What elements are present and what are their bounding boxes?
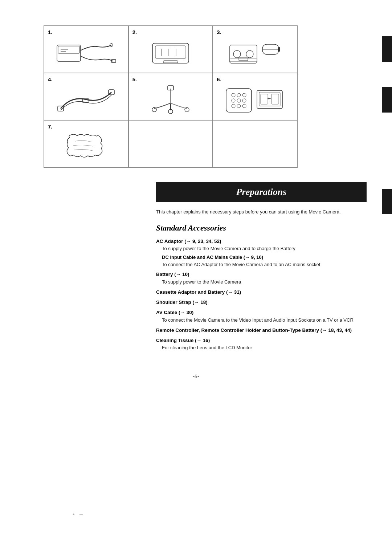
svg-point-30 <box>242 93 246 97</box>
cell-number-1: 1. <box>48 29 53 35</box>
remote-controller-illustration: + <box>224 85 286 114</box>
svg-rect-18 <box>278 47 280 52</box>
svg-point-14 <box>246 50 253 58</box>
accessories-grid: 1. 2. <box>44 25 298 168</box>
item-1-sub-desc: To connect the AC Adaptor to the Movie C… <box>162 261 367 268</box>
list-item-3: Cassette Adaptor and Battery (→ 31) <box>156 289 367 296</box>
preparations-title: Preparations <box>156 182 367 202</box>
cell-number-4: 4. <box>48 76 53 82</box>
svg-rect-27 <box>226 89 252 112</box>
svg-point-24 <box>152 107 156 112</box>
grid-cell-1: 1. <box>44 26 128 73</box>
cell-image-7 <box>49 130 123 163</box>
shoulder-strap-illustration <box>57 85 115 114</box>
svg-point-36 <box>242 104 246 108</box>
svg-rect-15 <box>239 58 248 61</box>
page-number: -5- <box>22 374 370 379</box>
list-item-4: Shoulder Strap (→ 18) <box>156 299 367 306</box>
cell-image-1 <box>49 36 123 69</box>
item-1-sub-title: DC Input Cable and AC Mains Cable (→ 9, … <box>162 254 367 261</box>
cell-number-6: 6. <box>217 76 221 82</box>
cell-number-5: 5. <box>132 76 137 82</box>
svg-point-31 <box>232 99 235 102</box>
grid-cell-5: 5. <box>128 73 213 120</box>
cell-image-5 <box>134 83 208 116</box>
svg-rect-11 <box>163 61 178 63</box>
preparations-section: Preparations This chapter explains the n… <box>156 182 367 352</box>
bottom-mark-text: • – <box>73 511 83 517</box>
tab-marker-2 <box>382 87 392 113</box>
cell-number-2: 2. <box>132 29 137 35</box>
standard-accessories-title: Standard Accessories <box>156 223 367 233</box>
svg-point-34 <box>232 104 235 108</box>
ac-adaptor-illustration <box>55 38 117 67</box>
list-item-5: AV Cable (→ 30) To connect the Movie Cam… <box>156 309 367 324</box>
item-6-title: Remote Controller, Remote Controller Hol… <box>156 327 352 333</box>
cleaning-tissue-illustration <box>64 130 108 163</box>
grid-cell-3: 3. <box>213 26 297 73</box>
item-2-title: Battery (→ 10) <box>156 272 189 277</box>
cell-image-6: + <box>218 83 292 116</box>
av-cable-illustration <box>147 85 194 114</box>
grid-cell-4: 4. <box>44 73 128 120</box>
grid-cell-6: 6. + <box>213 73 297 120</box>
item-5-title: AV Cable (→ 30) <box>156 310 193 315</box>
cell-image-4 <box>49 83 123 116</box>
cassette-illustration <box>228 38 282 67</box>
item-7-title: Cleaning Tissue (→ 16) <box>156 338 210 343</box>
svg-point-26 <box>185 107 189 112</box>
item-1-desc: To supply power to the Movie Camera and … <box>162 246 295 251</box>
item-1-title: AC Adaptor (→ 9, 23, 34, 52) <box>156 239 221 244</box>
item-2-desc: To supply power to the Movie Camera <box>162 279 241 285</box>
battery-pack-illustration <box>145 38 196 67</box>
tab-marker-1 <box>382 36 392 62</box>
list-item-6: Remote Controller, Remote Controller Hol… <box>156 327 367 334</box>
grid-cell-2: 2. <box>128 26 213 73</box>
tab-marker-3 <box>382 189 392 214</box>
accessories-list: AC Adaptor (→ 9, 23, 34, 52) To supply p… <box>156 238 367 352</box>
page-container: 1. 2. <box>0 0 392 554</box>
svg-rect-6 <box>152 43 189 63</box>
svg-point-13 <box>233 50 241 58</box>
grid-cell-empty-2 <box>213 120 297 167</box>
svg-rect-40 <box>261 94 268 104</box>
svg-point-33 <box>242 99 246 102</box>
svg-rect-19 <box>230 59 257 62</box>
bottom-marks: • – <box>73 511 83 518</box>
svg-point-29 <box>237 93 241 97</box>
item-4-title: Shoulder Strap (→ 18) <box>156 300 208 305</box>
cell-image-3 <box>218 36 292 69</box>
cell-number-3: 3. <box>217 29 221 35</box>
item-5-desc: To connect the Movie Camera to the Video… <box>162 317 354 323</box>
svg-point-32 <box>237 99 241 102</box>
svg-point-28 <box>232 93 235 97</box>
grid-cell-7: 7. <box>44 120 128 167</box>
preparations-intro: This chapter explains the necessary step… <box>156 208 367 216</box>
list-item-7: Cleaning Tissue (→ 16) For cleaning the … <box>156 337 367 352</box>
preparations-title-text: Preparations <box>236 187 287 197</box>
cell-image-2 <box>134 36 208 69</box>
item-3-title: Cassette Adaptor and Battery (→ 31) <box>156 289 241 295</box>
item-7-desc: For cleaning the Lens and the LCD Monito… <box>162 345 252 350</box>
list-item-1: AC Adaptor (→ 9, 23, 34, 52) To supply p… <box>156 238 367 268</box>
svg-point-35 <box>237 104 241 108</box>
svg-rect-7 <box>155 46 186 58</box>
grid-cell-empty-1 <box>128 120 213 167</box>
svg-rect-41 <box>271 94 279 104</box>
cell-number-7: 7. <box>48 123 53 130</box>
list-item-2: Battery (→ 10) To supply power to the Mo… <box>156 271 367 286</box>
